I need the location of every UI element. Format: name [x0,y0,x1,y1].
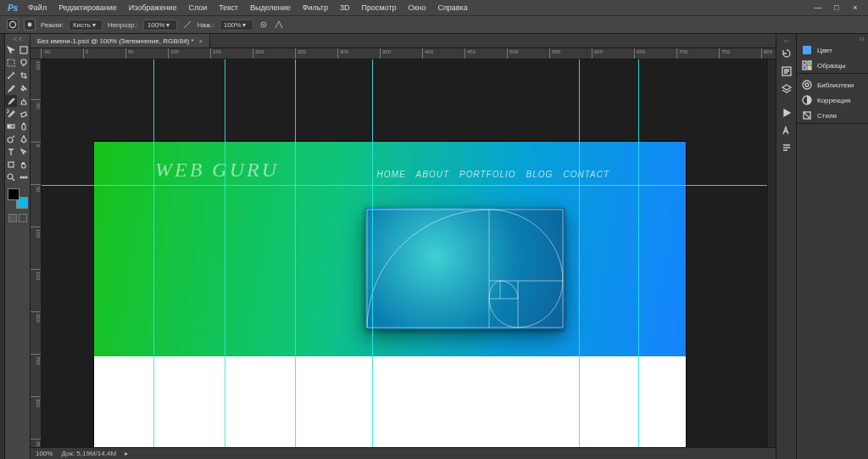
nav-contact: CONTACT [563,170,609,179]
zoom-tool[interactable] [5,171,17,183]
move-tool[interactable] [5,44,17,56]
artboard[interactable]: WEB GURU HOMEABOUTPORTFOLIOBLOGCONTACT [94,142,686,447]
lasso-tool[interactable] [18,57,30,69]
clone-tool[interactable] [18,95,30,107]
svg-point-1 [28,23,32,27]
brush-mode-select[interactable]: Кисть▾ [69,20,103,31]
layers-icon[interactable] [778,81,795,98]
svg-point-8 [8,137,13,143]
guide-vertical[interactable] [295,59,296,447]
guide-vertical[interactable] [225,59,225,447]
properties-icon[interactable] [778,63,795,80]
document-tab[interactable]: Без имени-1.psd @ 100% (Затемнение, RGB/… [31,34,210,48]
patch-tool[interactable] [18,82,30,94]
menu-item-3d[interactable]: 3D [334,0,356,15]
site-nav: HOMEABOUTPORTFOLIOBLOGCONTACT [377,170,609,179]
canvas-viewport[interactable]: WEB GURU HOMEABOUTPORTFOLIOBLOGCONTACT [42,59,767,447]
svg-rect-21 [803,46,811,54]
marquee-tool[interactable] [5,57,17,69]
opacity-label: Непрозр.: [108,21,138,29]
svg-point-0 [9,21,15,27]
menu-item-фильтр[interactable]: Фильтр [297,0,334,15]
eyedropper-tool[interactable] [5,82,17,94]
panels-collapse-icon[interactable]: ›› [797,34,868,42]
svg-point-11 [20,176,22,178]
nav-blog: BLOG [526,170,554,179]
artboard-tool[interactable] [18,44,30,56]
svg-point-12 [23,176,25,178]
window-controls: — □ × [809,0,865,15]
crop-tool[interactable] [18,70,30,81]
guide-vertical[interactable] [638,59,639,447]
zoom-level[interactable]: 100% [36,450,53,457]
wand-tool[interactable] [5,70,17,81]
nav-home: HOME [377,170,406,179]
history-icon[interactable] [778,45,795,62]
brush-preview-button[interactable] [24,19,36,31]
menu-item-редактирование[interactable]: Редактирование [53,0,123,15]
adjustments-icon [801,94,813,106]
history-brush-tool[interactable] [5,108,17,120]
window-maximize-button[interactable]: □ [827,0,846,15]
eraser-tool[interactable] [18,108,30,120]
menubar: Ps ФайлРедактированиеИзображениеСлоиТекс… [0,0,868,15]
panel-коррекция[interactable]: Коррекция [797,92,868,108]
dock-collapse-icon[interactable]: ›› [778,37,795,44]
pressure-size-icon[interactable] [274,20,284,30]
gradient-tool[interactable] [5,120,17,132]
window-close-button[interactable]: × [846,0,865,15]
menu-item-выделение[interactable]: Выделение [244,0,297,15]
close-tab-icon[interactable]: × [199,37,203,45]
ruler-horizontal[interactable]: -500501001502002503003504004505005506006… [31,48,776,59]
guide-vertical[interactable] [372,59,373,447]
fg-color-swatch[interactable] [8,188,19,200]
guide-horizontal[interactable] [42,185,767,186]
status-bar: 100% Док: 5,19М/14,4М ▸ [31,447,776,459]
svg-rect-7 [8,125,14,128]
svg-rect-9 [8,162,14,167]
opacity-select[interactable]: 100%▾ [143,20,177,31]
menu-item-файл[interactable]: Файл [22,0,53,15]
guide-vertical[interactable] [579,59,580,447]
menu-item-текст[interactable]: Текст [213,0,244,15]
scrollbar-vertical[interactable] [767,59,776,447]
color-swatches[interactable] [8,188,28,209]
app-logo: Ps [3,3,22,13]
nav-about: ABOUT [416,170,449,179]
menu-item-слои[interactable]: Слои [182,0,213,15]
dodge-tool[interactable] [5,133,17,145]
panel-цвет[interactable]: Цвет [797,42,868,58]
ruler-vertical[interactable]: -100-50050100150200250300350400450500 [31,59,42,447]
document-tab-title: Без имени-1.psd @ 100% (Затемнение, RGB/… [37,37,194,45]
window-minimize-button[interactable]: — [809,0,827,15]
pressure-opacity-icon[interactable] [182,20,192,30]
quickmask-toggle[interactable] [8,214,27,222]
menu-item-изображение[interactable]: Изображение [123,0,183,15]
edit-toolbar-tool[interactable] [18,171,30,183]
tool-preset-button[interactable] [7,19,19,31]
flow-select[interactable]: 100%▾ [220,20,253,31]
blur-tool[interactable] [18,120,30,132]
panel-образцы[interactable]: Образцы [797,58,868,73]
menu-item-просмотр[interactable]: Просмотр [355,0,402,15]
type-tool[interactable] [5,146,17,158]
golden-spiral-icon [365,208,565,329]
color-icon [801,44,813,56]
rectangle-tool[interactable] [5,159,17,171]
character-icon[interactable] [778,122,795,139]
menu-item-окно[interactable]: Окно [403,0,432,15]
brush-tool[interactable] [5,95,17,107]
svg-rect-6 [20,112,26,117]
svg-rect-14 [367,210,563,327]
guide-vertical[interactable] [153,59,154,447]
play-icon[interactable] [778,104,795,121]
menu-item-справка[interactable]: Справка [431,0,473,15]
paragraph-icon[interactable] [778,140,795,157]
pen-tool[interactable] [18,133,30,145]
panel-библиотеки[interactable]: Библиотеки [797,77,868,92]
airbrush-icon[interactable] [259,20,269,30]
path-select-tool[interactable] [18,146,30,158]
panel-стили[interactable]: Стили [797,108,868,123]
toolbox-collapse-icon[interactable] [6,36,30,42]
hand-tool[interactable] [18,159,30,171]
